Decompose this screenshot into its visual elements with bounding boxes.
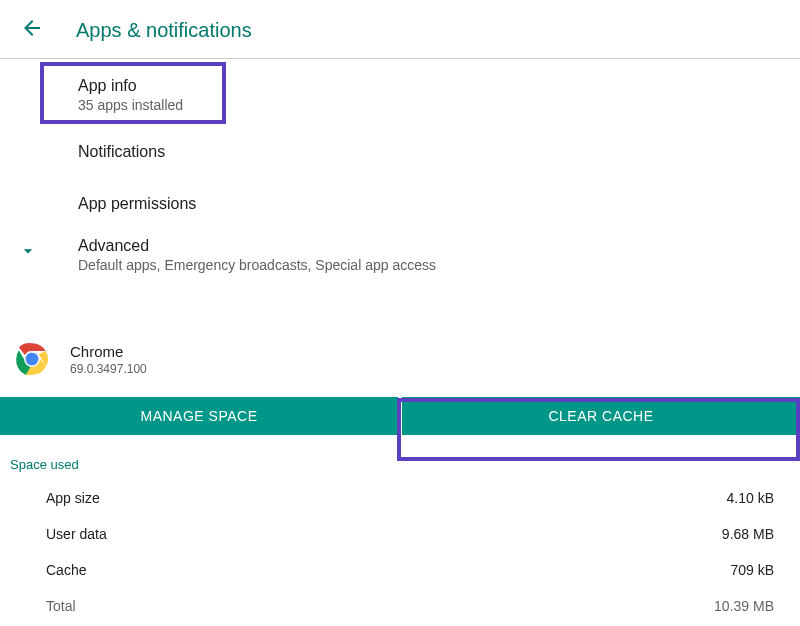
space-row-user-data: User data 9.68 MB	[0, 516, 800, 552]
space-value: 4.10 kB	[727, 490, 774, 506]
manage-space-button[interactable]: MANAGE SPACE	[0, 397, 398, 435]
space-value: 9.68 MB	[722, 526, 774, 542]
space-label: User data	[46, 526, 107, 542]
chevron-down-icon	[18, 241, 38, 265]
page-title: Apps & notifications	[76, 19, 252, 42]
app-name: Chrome	[70, 343, 147, 360]
menu-advanced-title: Advanced	[78, 237, 436, 255]
space-label: Total	[46, 598, 76, 614]
svg-point-2	[26, 353, 39, 366]
space-row-cache: Cache 709 kB	[0, 552, 800, 588]
menu-app-info-title: App info	[78, 77, 722, 95]
menu-advanced-sub: Default apps, Emergency broadcasts, Spec…	[78, 257, 436, 273]
space-value: 709 kB	[730, 562, 774, 578]
menu-notifications-title: Notifications	[78, 143, 722, 161]
chrome-icon	[12, 339, 52, 379]
menu-app-info[interactable]: App info 35 apps installed	[0, 67, 800, 123]
app-header: Chrome 69.0.3497.100	[0, 323, 800, 397]
menu-permissions-title: App permissions	[78, 195, 722, 213]
space-row-total: Total 10.39 MB	[0, 588, 800, 624]
space-value: 10.39 MB	[714, 598, 774, 614]
menu-app-info-sub: 35 apps installed	[78, 97, 722, 113]
space-label: App size	[46, 490, 100, 506]
space-row-app-size: App size 4.10 kB	[0, 480, 800, 516]
menu-permissions[interactable]: App permissions	[0, 181, 800, 227]
space-label: Cache	[46, 562, 86, 578]
menu-notifications[interactable]: Notifications	[0, 123, 800, 181]
back-arrow-icon[interactable]	[20, 16, 44, 44]
app-version: 69.0.3497.100	[70, 362, 147, 376]
space-used-header: Space used	[0, 435, 800, 480]
clear-cache-button[interactable]: CLEAR CACHE	[402, 397, 800, 435]
menu-advanced[interactable]: Advanced Default apps, Emergency broadca…	[0, 227, 800, 283]
